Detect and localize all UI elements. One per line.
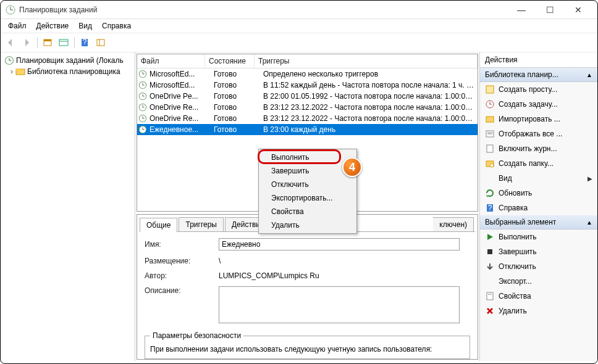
clock-icon [138, 70, 147, 78]
expand-icon[interactable]: › [8, 67, 15, 76]
description-label: Описание: [145, 286, 219, 295]
toolbar-btn-1[interactable] [40, 35, 55, 50]
clock-icon [138, 92, 147, 101]
action-item[interactable]: Создать папку... [480, 156, 597, 171]
author-label: Автор: [145, 271, 219, 280]
action-item[interactable]: Создать задачу... [480, 97, 597, 112]
minimize-button[interactable]: — [507, 1, 536, 19]
col-state[interactable]: Состояние [205, 54, 255, 68]
context-menu[interactable]: Выполнить Завершить Отключить Экспортиро… [258, 149, 357, 234]
list-header: Файл Состояние Триггеры [137, 54, 478, 68]
svg-rect-47 [487, 249, 492, 254]
svg-point-44 [490, 163, 494, 167]
nav-tree[interactable]: Планировщик заданий (Локаль › Библиотека… [1, 52, 135, 361]
action-icon [485, 173, 495, 183]
clock-icon [138, 125, 147, 134]
annotation-badge: 4 [342, 157, 362, 177]
ctx-run[interactable]: Выполнить [260, 151, 355, 164]
action-item[interactable]: Создать просту... [480, 82, 597, 97]
action-icon: ? [485, 203, 495, 213]
location-value: \ [219, 257, 470, 265]
action-item[interactable]: Завершить [480, 244, 597, 259]
svg-rect-4 [44, 39, 51, 41]
action-icon [485, 262, 495, 271]
toolbar-btn-2[interactable] [56, 35, 71, 50]
ctx-export[interactable]: Экспортировать... [260, 191, 355, 205]
tree-root[interactable]: Планировщик заданий (Локаль [3, 55, 132, 66]
action-icon [485, 144, 495, 154]
security-text: При выполнении задачи использовать следу… [150, 345, 465, 354]
description-field[interactable] [219, 286, 460, 323]
action-icon [485, 232, 495, 242]
action-icon [485, 276, 495, 286]
name-label: Имя: [145, 240, 219, 249]
nav-forward-button[interactable] [19, 35, 34, 50]
col-file[interactable]: Файл [137, 54, 205, 68]
actions-header: Действия [480, 52, 597, 68]
ctx-disable[interactable]: Отключить [260, 178, 355, 191]
toolbar-separator [36, 37, 38, 48]
table-row[interactable]: MicrosoftEd... Готово В 11:52 каждый ден… [137, 80, 478, 91]
action-icon [485, 188, 495, 198]
name-field[interactable] [219, 238, 460, 250]
action-item[interactable]: Экспорт... [480, 274, 597, 289]
tab-overflow: ключен) [433, 217, 474, 231]
menu-file[interactable]: Файл [3, 20, 32, 31]
action-icon [485, 306, 495, 316]
action-item[interactable]: Обновить [480, 186, 597, 201]
action-item[interactable]: Выполнить [480, 230, 597, 244]
nav-back-button[interactable] [3, 35, 18, 50]
svg-rect-34 [486, 86, 494, 93]
action-item[interactable]: Отображать все ... [480, 126, 597, 141]
ctx-properties[interactable]: Свойства [260, 205, 355, 218]
detail-pane: Общие Триггеры Действия У ключен) Имя: Р… [137, 214, 478, 360]
action-item[interactable]: ?Справка [480, 201, 597, 215]
close-button[interactable]: ✕ [564, 1, 592, 19]
menu-action[interactable]: Действие [32, 20, 74, 31]
tree-library[interactable]: › Библиотека планировщика [3, 66, 132, 77]
clock-icon [138, 81, 147, 89]
table-row[interactable]: Ежедневное... Готово В 23:00 каждый день [137, 124, 478, 135]
submenu-arrow-icon: ▶ [587, 175, 592, 182]
tree-library-label: Библиотека планировщика [27, 67, 120, 76]
folder-icon [15, 67, 25, 77]
window-title: Планировщик заданий [19, 6, 97, 14]
action-item[interactable]: Импортировать ... [480, 112, 597, 126]
actions-section-selected[interactable]: Выбранный элемент ▲ [480, 215, 597, 230]
table-row[interactable]: MicrosoftEd... Готово Определено несколь… [137, 68, 478, 80]
tree-root-label: Планировщик заданий (Локаль [16, 56, 124, 65]
action-icon [485, 85, 495, 94]
toolbar-btn-3[interactable] [93, 35, 108, 50]
clock-icon [138, 103, 147, 112]
action-item[interactable]: Включить журн... [480, 141, 597, 156]
ctx-end[interactable]: Завершить [260, 164, 355, 178]
svg-rect-15 [16, 69, 20, 71]
maximize-button[interactable]: ☐ [536, 1, 564, 19]
table-row[interactable]: OneDrive Pe... Готово В 22:00 01.05.1992… [137, 91, 478, 102]
menu-view[interactable]: Вид [74, 20, 97, 31]
app-icon [6, 5, 15, 15]
menu-help[interactable]: Справка [97, 20, 136, 31]
toolbar-separator [74, 37, 75, 48]
action-item[interactable]: Свойства [480, 289, 597, 304]
col-triggers[interactable]: Триггеры [255, 54, 478, 68]
action-item[interactable]: Удалить [480, 304, 597, 318]
svg-rect-38 [486, 117, 494, 122]
table-row[interactable]: OneDrive Re... Готово В 23:12 23.12.2022… [137, 102, 478, 113]
actions-section-library[interactable]: Библиотека планир... ▲ [480, 68, 597, 82]
tab-triggers[interactable]: Триггеры [179, 217, 224, 231]
action-item[interactable]: Отключить [480, 259, 597, 274]
tab-general[interactable]: Общие [140, 218, 177, 232]
clock-icon [138, 114, 147, 123]
action-icon [485, 247, 495, 257]
collapse-icon[interactable]: ▲ [586, 72, 592, 78]
action-item[interactable]: Вид▶ [480, 171, 597, 186]
ctx-delete[interactable]: Удалить [260, 218, 355, 232]
toolbar-help-button[interactable]: ? [77, 35, 92, 50]
svg-rect-48 [487, 292, 493, 300]
table-row[interactable]: OneDrive Re... Готово В 23:12 23.12.2022… [137, 113, 478, 124]
action-icon [485, 99, 495, 109]
toolbar: ? [1, 33, 597, 52]
svg-text:?: ? [83, 38, 87, 46]
collapse-icon[interactable]: ▲ [586, 219, 592, 226]
